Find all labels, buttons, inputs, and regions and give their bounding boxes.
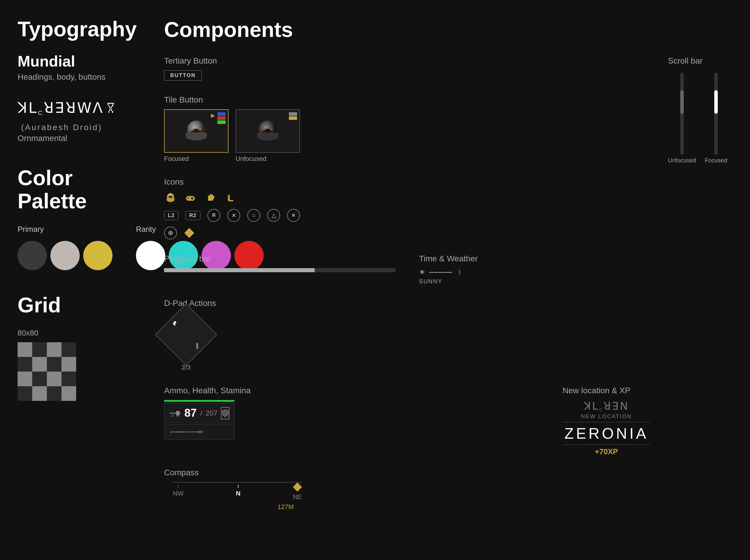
- location-display: ꓘꓡ꜀ꓤꓱꓠ NEW LOCATION ZERONIA +70XP: [563, 400, 650, 456]
- grid-cell: [62, 372, 76, 386]
- tile-button-focused[interactable]: ▶: [164, 109, 228, 153]
- scrollbar-focused-label: Focused: [705, 157, 727, 164]
- secondary-weapon-box: [164, 424, 235, 440]
- grid-cell: [32, 372, 47, 386]
- svg-point-7: [270, 128, 273, 131]
- r-small-button: R: [287, 209, 300, 222]
- typography-title: Typography: [18, 18, 129, 41]
- scrollbar-unfocused-track: [680, 73, 684, 155]
- tick-nw: [178, 485, 178, 488]
- ammo-box: 87 / 207: [164, 403, 235, 423]
- time-weather-label: Time & Weather: [419, 254, 650, 263]
- color-palette-title: Color Palette: [18, 166, 129, 213]
- compass-section: Compass NW N: [164, 468, 650, 511]
- tertiary-button[interactable]: BUTTON: [164, 70, 202, 81]
- icons-section: Icons: [164, 177, 650, 239]
- n-label: N: [236, 490, 241, 497]
- compass-distance: 127M: [278, 503, 293, 511]
- glove-icon: [204, 191, 217, 204]
- icons-label: Icons: [164, 177, 650, 187]
- components-section: Components Tertiary Button BUTTON Tile B…: [146, 0, 750, 560]
- dpad-empty-tr: [186, 313, 208, 335]
- color-light-gray: [50, 241, 80, 270]
- tile-button-label: Tile Button: [164, 95, 650, 105]
- scrollbar-label: Scroll bar: [668, 56, 732, 66]
- scrollbar-focused-track: [714, 73, 718, 155]
- svg-point-15: [191, 199, 193, 200]
- progress-bar-section: Progress bar: [164, 254, 396, 272]
- aurabesh-label: (Aurabesh Droid): [21, 123, 102, 132]
- tile-focused-label: Focused: [164, 155, 228, 163]
- helmet-icon-unfocused: [255, 119, 281, 143]
- compass-nw: NW: [173, 485, 184, 501]
- grid-visual: [18, 342, 76, 401]
- typography-section: Typography Mundial Headings, body, butto…: [0, 0, 146, 560]
- tick-n: [238, 485, 239, 488]
- tile-inner-focused: ▶: [165, 110, 228, 152]
- svg-rect-17: [196, 347, 199, 349]
- new-location-badge: NEW LOCATION: [563, 414, 650, 420]
- dpad-fire-icon: [164, 313, 186, 335]
- color-swatch-u1: [289, 112, 297, 116]
- color-swatch-1: [217, 112, 226, 116]
- xp-badge: +70XP: [563, 447, 650, 456]
- grid-cell: [18, 357, 32, 372]
- helmet-icon: [164, 191, 177, 204]
- ammo-separator: /: [200, 409, 202, 417]
- progress-bar-track: [164, 268, 396, 272]
- tile-arrow-icon: ▶: [211, 112, 215, 119]
- new-location-label: New location & XP: [563, 386, 650, 395]
- ammo-health-section: Ammo, Health, Stamina 87 /: [164, 386, 551, 440]
- grid-cell: [32, 342, 47, 357]
- tile-unfocused-label: Unfocused: [236, 155, 300, 163]
- ne-label: NE: [293, 493, 302, 501]
- r2-button: R2: [185, 211, 200, 220]
- tile-color-swatches: [217, 112, 226, 124]
- diamond-icon: [184, 228, 195, 238]
- progress-weather-row: Progress bar Time & Weather ☀ ☽ SUNNY: [164, 254, 650, 287]
- crosshair-icon: ⊕: [164, 226, 177, 239]
- icons-row-3: ⊕: [164, 226, 650, 239]
- progress-bar-label: Progress bar: [164, 254, 396, 263]
- compass-n: N: [236, 485, 241, 501]
- svg-point-2: [191, 128, 194, 131]
- svg-point-12: [191, 197, 193, 198]
- font-description: Headings, body, buttons: [18, 73, 129, 82]
- color-swatch-u2: [289, 116, 297, 120]
- components-title: Components: [164, 18, 732, 42]
- dpad-section: D-Pad Actions: [164, 299, 650, 371]
- color-palette-section: Color Palette Primary Rarity: [18, 166, 129, 270]
- r-button: R: [207, 209, 220, 222]
- dpad-label: D-Pad Actions: [164, 299, 650, 308]
- color-gold: [83, 241, 113, 270]
- grid-cell: [32, 357, 47, 372]
- ammo-hud: 87 / 207: [164, 400, 235, 440]
- circle-button: ○: [247, 209, 260, 222]
- color-swatch-3: [217, 120, 226, 124]
- scrollbar-focused-thumb[interactable]: [714, 90, 718, 114]
- boots-icon: [224, 191, 237, 204]
- grid-cell: [62, 386, 76, 401]
- compass-bar: NW N NE: [164, 482, 310, 511]
- moon-icon: ☽: [456, 269, 461, 276]
- nw-label: NW: [173, 490, 184, 497]
- health-bar: [164, 400, 235, 402]
- tile-button-focused-wrapper: ▶ Focused: [164, 109, 228, 163]
- scrollbar-unfocused-thumb[interactable]: [680, 90, 684, 114]
- svg-rect-21: [178, 431, 184, 433]
- components-main: Tertiary Button BUTTON Tile Button: [164, 56, 650, 525]
- color-dark-gray: [18, 241, 47, 270]
- grid-cell: [47, 357, 62, 372]
- triangle-button: △: [267, 209, 280, 222]
- ammo-label: Ammo, Health, Stamina: [164, 386, 551, 395]
- tile-button-unfocused[interactable]: [236, 109, 300, 153]
- location-name: ZERONIA: [563, 422, 650, 445]
- grid-size: 80x80: [18, 328, 129, 338]
- svg-point-6: [263, 128, 266, 131]
- location-aurabesh-text: ꓘꓡ꜀ꓤꓱꓠ: [563, 400, 650, 412]
- scrollbar-section: Scroll bar Unfocused Focused: [668, 56, 732, 525]
- grid-cell: [47, 372, 62, 386]
- tile-button-unfocused-wrapper: Unfocused: [236, 109, 300, 163]
- tertiary-button-label: Tertiary Button: [164, 56, 650, 66]
- progress-bar-fill: [164, 268, 315, 272]
